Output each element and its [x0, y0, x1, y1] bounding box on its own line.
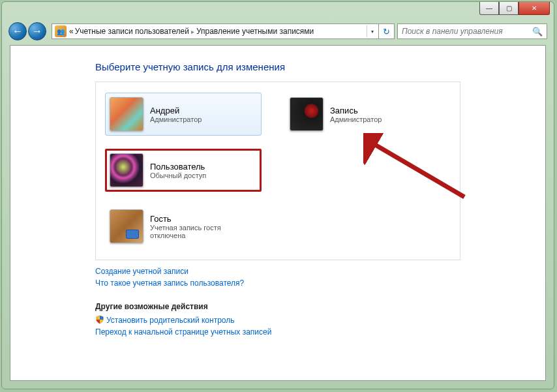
search-input[interactable]: [402, 27, 532, 36]
account-name: Пользователь: [150, 162, 206, 172]
breadcrumb-item-1[interactable]: Учетные записи пользователей: [75, 27, 189, 36]
account-info: Андрей Администратор: [150, 106, 202, 123]
breadcrumb-item-2[interactable]: Управление учетными записями: [196, 27, 314, 36]
what-is-account-link[interactable]: Что такое учетная запись пользователя?: [95, 279, 460, 288]
page-title: Выберите учетную запись для изменения: [95, 61, 545, 72]
avatar-ball-icon: [110, 153, 143, 187]
account-name: Гость: [150, 214, 257, 224]
forward-button[interactable]: →: [28, 22, 46, 40]
avatar-robot-icon: [110, 97, 143, 131]
account-item-zapis[interactable]: Запись Администратор: [285, 93, 442, 136]
account-info: Гость Учетная запись гостя отключена: [150, 214, 257, 239]
address-dropdown[interactable]: ▾: [367, 25, 377, 37]
navigation-bar: ← → 👥 « Учетные записи пользователей ▸ У…: [8, 20, 547, 42]
avatar-suitcase-icon: [110, 209, 143, 243]
account-name: Запись: [330, 106, 382, 115]
titlebar-controls: — ▢ ✕: [479, 2, 550, 15]
account-role: Администратор: [330, 115, 382, 123]
svg-line-1: [369, 141, 464, 197]
goto-accounts-main-link[interactable]: Переход к начальной странице учетных зап…: [95, 327, 460, 337]
account-name: Андрей: [150, 106, 202, 115]
account-role: Обычный доступ: [150, 172, 206, 179]
account-info: Запись Администратор: [330, 106, 382, 123]
parental-control-link[interactable]: Установить родительский контроль: [95, 315, 460, 325]
window-frame: — ▢ ✕ ← → 👥 « Учетные записи пользовател…: [1, 1, 554, 389]
parental-control-label: Установить родительский контроль: [106, 316, 235, 325]
chevron-right-icon: ▸: [191, 28, 194, 35]
avatar-record-icon: [290, 97, 324, 131]
account-info: Пользователь Обычный доступ: [150, 162, 206, 179]
minimize-button[interactable]: —: [479, 2, 499, 15]
content-pane: Выберите учетную запись для изменения Ан…: [10, 45, 546, 381]
maximize-button[interactable]: ▢: [499, 2, 519, 15]
back-button[interactable]: ←: [8, 22, 27, 40]
search-box[interactable]: 🔍: [397, 23, 547, 39]
create-account-link[interactable]: Создание учетной записи: [95, 267, 460, 276]
control-panel-icon: 👥: [55, 25, 67, 37]
accounts-container: Андрей Администратор Запись Администрато…: [95, 82, 460, 260]
account-item-andrey[interactable]: Андрей Администратор: [105, 93, 262, 136]
close-button[interactable]: ✕: [519, 2, 550, 15]
shield-icon: [95, 315, 104, 324]
account-item-guest[interactable]: Гость Учетная запись гостя отключена: [105, 205, 262, 248]
links-section: Создание учетной записи Что такое учетна…: [95, 267, 460, 337]
other-actions-header: Другие возможные действия: [95, 302, 460, 311]
breadcrumb-chevrons: «: [69, 27, 74, 36]
address-bar[interactable]: 👥 « Учетные записи пользователей ▸ Управ…: [52, 23, 379, 39]
account-role: Администратор: [150, 115, 202, 123]
account-item-polzovatel[interactable]: Пользователь Обычный доступ: [105, 149, 262, 192]
account-role: Учетная запись гостя отключена: [150, 224, 257, 239]
search-icon[interactable]: 🔍: [532, 27, 543, 37]
refresh-button[interactable]: ↻: [379, 23, 395, 39]
